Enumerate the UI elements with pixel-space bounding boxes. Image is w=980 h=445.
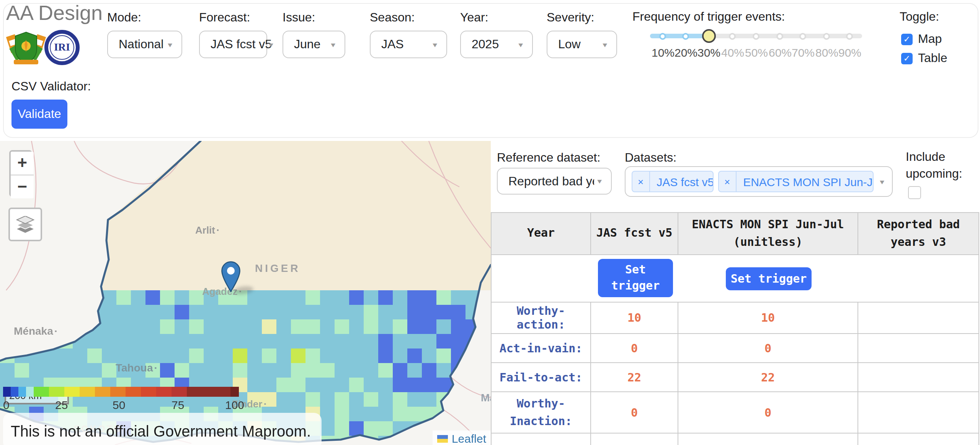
legend-tick: 100 xyxy=(225,398,244,411)
csv-validator-label: CSV Validator: xyxy=(11,80,91,93)
table-row: Worthy-action: 10 10 xyxy=(492,303,978,334)
column-header-reported-bad-years: Reported bad years v3 xyxy=(858,213,978,254)
dataset-tag: × JAS fcst v5 xyxy=(632,171,714,192)
slider-handle[interactable] xyxy=(702,29,716,43)
set-trigger-row: Set trigger Set trigger xyxy=(492,255,978,303)
leaflet-attribution[interactable]: Leaflet xyxy=(433,430,491,445)
map[interactable]: Arlit▪ NIGER Agadez▪ Ménaka▪ Tahoua▪ Zin… xyxy=(0,141,491,445)
slider-dot-90[interactable] xyxy=(846,33,853,40)
row-label: Act-in-vain: xyxy=(492,334,591,362)
row-label: Fail-to-act: xyxy=(492,363,591,391)
table-row: Fail-to-act: 22 22 xyxy=(492,363,978,392)
trigger-table: Year JAS fcst v5 ENACTS MON SPI Jun-Jul … xyxy=(491,212,979,445)
slider-dot-80[interactable] xyxy=(823,33,830,40)
severity-select[interactable]: Low ▼ xyxy=(547,31,617,58)
leaflet-link[interactable]: Leaflet xyxy=(452,432,486,445)
frequency-label: Frequency of trigger events: xyxy=(632,10,785,24)
issue-value: June xyxy=(294,38,320,51)
row-value xyxy=(858,334,978,362)
layers-icon xyxy=(15,216,35,233)
table-checkbox[interactable]: ✓ xyxy=(901,52,913,64)
map-toggle[interactable]: ✓ Map xyxy=(901,32,942,46)
chevron-down-icon: ▼ xyxy=(329,41,337,48)
table-row: Worthy-Inaction: 0 0 xyxy=(492,392,978,434)
season-value: JAS xyxy=(381,38,404,51)
dataset-tag-label: JAS fcst v5 xyxy=(650,175,714,188)
severity-value: Low xyxy=(558,38,581,51)
row-value xyxy=(858,434,978,445)
forecast-value: JAS fcst v5 xyxy=(211,38,272,51)
chevron-down-icon: ▼ xyxy=(267,41,275,48)
row-value: 0 xyxy=(591,334,678,362)
slider-dot-70[interactable] xyxy=(799,33,806,40)
row-label: Worthy-action: xyxy=(492,303,591,333)
slider-dot-20[interactable] xyxy=(682,33,689,40)
chevron-down-icon: ▼ xyxy=(166,41,174,48)
map-color-legend xyxy=(3,387,239,397)
include-upcoming-label-2: upcoming: xyxy=(906,167,962,181)
dataset-tag: × ENACTS MON SPI Jun-Jul xyxy=(718,171,874,192)
set-trigger-button-1[interactable]: Set trigger xyxy=(598,259,673,297)
severity-label: Severity: xyxy=(547,11,595,25)
mode-label: Mode: xyxy=(107,11,141,25)
set-trigger-button-2[interactable]: Set trigger xyxy=(726,267,812,290)
frequency-slider[interactable]: 10% 20% 30% 40% 50% 60% 70% 80% 90% xyxy=(650,28,864,63)
table-toggle[interactable]: ✓ Table xyxy=(901,51,947,65)
datasets-multiselect[interactable]: × JAS fcst v5 × ENACTS MON SPI Jun-Jul ▼ xyxy=(625,166,893,197)
issue-label: Issue: xyxy=(283,11,315,25)
table-row: Act-in-vain: 0 0 xyxy=(492,334,978,363)
slider-dot-40[interactable] xyxy=(729,33,736,40)
chevron-down-icon: ▼ xyxy=(601,41,609,48)
forecast-label: Forecast: xyxy=(199,11,250,25)
reference-dataset-value: Reported bad yea… xyxy=(508,174,594,188)
row-value xyxy=(858,392,978,433)
row-value: 31.25% xyxy=(678,434,858,445)
place-label-menaka: Ménaka▪ xyxy=(14,325,57,337)
slider-dot-50[interactable] xyxy=(753,33,760,40)
row-value: 0 xyxy=(678,392,858,433)
row-value: 0 xyxy=(591,392,678,433)
iri-logo-text: IRI xyxy=(50,35,74,60)
row-label: Rate: xyxy=(492,434,591,445)
row-value: 10 xyxy=(678,303,858,333)
chevron-down-icon: ▼ xyxy=(517,41,524,48)
remove-tag-icon[interactable]: × xyxy=(632,172,650,191)
mode-select[interactable]: National ▼ xyxy=(107,31,182,58)
legend-tick: 75 xyxy=(172,398,184,411)
map-checkbox[interactable]: ✓ xyxy=(901,33,913,45)
zoom-control[interactable]: + − xyxy=(9,150,32,197)
row-value xyxy=(858,363,978,391)
dataset-tag-label: ENACTS MON SPI Jun-Jul xyxy=(736,175,874,188)
header-card-outline xyxy=(3,3,978,138)
column-header-jas-fcst: JAS fcst v5 xyxy=(591,213,678,254)
forecast-select[interactable]: JAS fcst v5 ▼ xyxy=(199,31,267,58)
season-select[interactable]: JAS ▼ xyxy=(370,31,447,58)
year-select[interactable]: 2025 ▼ xyxy=(460,31,533,58)
zoom-out-button[interactable]: − xyxy=(11,175,34,198)
remove-tag-icon[interactable]: × xyxy=(719,172,736,191)
year-value: 2025 xyxy=(472,38,499,51)
chevron-down-icon: ▼ xyxy=(431,41,439,48)
mode-value: National xyxy=(119,38,163,51)
layers-control-button[interactable] xyxy=(8,208,42,241)
slider-dot-10[interactable] xyxy=(659,33,666,40)
map-toggle-label: Map xyxy=(918,32,942,46)
row-value xyxy=(858,303,978,333)
include-upcoming-checkbox[interactable] xyxy=(908,186,921,199)
app-title: AA Design xyxy=(6,2,103,25)
table-header-row: Year JAS fcst v5 ENACTS MON SPI Jun-Jul … xyxy=(492,213,978,255)
iri-logo: IRI xyxy=(44,30,80,65)
reference-dataset-select[interactable]: Reported bad yea… ▼ xyxy=(497,168,612,195)
place-label-mao: Mao xyxy=(481,391,491,404)
table-toggle-label: Table xyxy=(918,51,947,65)
row-value: 0 xyxy=(678,334,858,362)
slider-dot-60[interactable] xyxy=(776,33,783,40)
include-upcoming-label-1: Include xyxy=(906,150,945,164)
issue-select[interactable]: June ▼ xyxy=(283,31,345,58)
map-marker-pin[interactable] xyxy=(221,261,240,293)
zoom-in-button[interactable]: + xyxy=(11,152,34,175)
legend-tick: 25 xyxy=(55,398,68,411)
row-value: 22 xyxy=(591,363,678,391)
validate-button[interactable]: Validate xyxy=(11,100,67,129)
chevron-down-icon: ▼ xyxy=(596,178,603,185)
